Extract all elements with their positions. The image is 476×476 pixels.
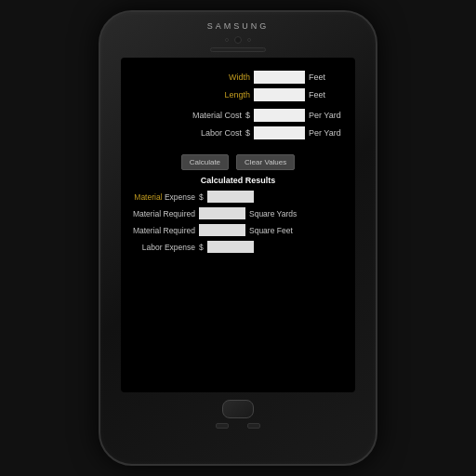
length-row: Length Feet [130,88,346,101]
material-required-feet-unit: Square Feet [249,226,293,235]
material-expense-prefix: $ [199,192,204,202]
home-button[interactable] [222,400,254,418]
material-expense-label: Material Expense [130,192,195,202]
material-expense-output [207,191,254,203]
phone-top-bar: SAMSUNG [100,12,376,52]
material-required-yards-unit: Square Yards [249,209,297,218]
material-required-yards-output [199,207,245,219]
results-title: Calculated Results [130,176,346,185]
labor-cost-input[interactable] [254,126,305,139]
labor-cost-unit: Per Yard [309,128,346,138]
material-expense-row: Material Expense $ [130,191,346,203]
camera-dot [234,36,242,44]
material-cost-label: Material Cost [186,111,242,120]
material-required-feet-row: Material Required Square Feet [130,224,346,236]
menu-button[interactable] [247,423,260,429]
width-row: Width Feet [130,71,346,84]
labor-expense-row: Labor Expense $ [130,241,346,253]
input-section: Width Feet Length Feet [130,71,346,101]
material-required-feet-label: Material Required [130,226,195,235]
material-cost-row: Material Cost $ Per Yard [130,109,346,122]
material-cost-input[interactable] [254,109,305,122]
labor-cost-label: Labor Cost [186,128,242,138]
bottom-nav-buttons [216,423,260,429]
phone-screen: Width Feet Length Feet Material Cost $ P… [121,58,355,392]
labor-expense-prefix: $ [199,243,204,252]
width-unit: Feet [309,73,346,82]
material-cost-prefix: $ [245,111,250,120]
labor-expense-label: Labor Expense [130,243,195,252]
material-required-yards-label: Material Required [130,209,195,218]
action-buttons: Calculate Clear Values [130,154,346,170]
length-label: Length [194,90,250,99]
width-label: Width [194,73,250,82]
labor-expense-output [207,241,254,253]
results-section: Material Expense $ Material Required Squ… [130,191,346,253]
width-input[interactable] [254,71,305,84]
clear-button[interactable]: Clear Values [236,154,295,170]
speaker-grille [210,47,266,52]
phone-bottom [216,400,260,429]
camera-row [225,36,251,44]
samsung-logo: SAMSUNG [207,21,270,31]
earpiece-dot [247,38,251,42]
material-required-yards-row: Material Required Square Yards [130,207,346,219]
length-input[interactable] [254,88,305,101]
material-required-feet-output [199,224,245,236]
labor-cost-row: Labor Cost $ Per Yard [130,126,346,139]
sensor-dot [225,38,229,42]
screen-content: Width Feet Length Feet Material Cost $ P… [121,58,355,392]
phone-device: SAMSUNG Width Feet Length Feet [99,10,377,466]
labor-cost-prefix: $ [245,128,250,138]
material-cost-unit: Per Yard [309,111,346,120]
length-unit: Feet [309,90,346,99]
calculate-button[interactable]: Calculate [181,154,229,170]
back-button[interactable] [216,423,229,429]
cost-section: Material Cost $ Per Yard Labor Cost $ Pe… [130,109,346,139]
